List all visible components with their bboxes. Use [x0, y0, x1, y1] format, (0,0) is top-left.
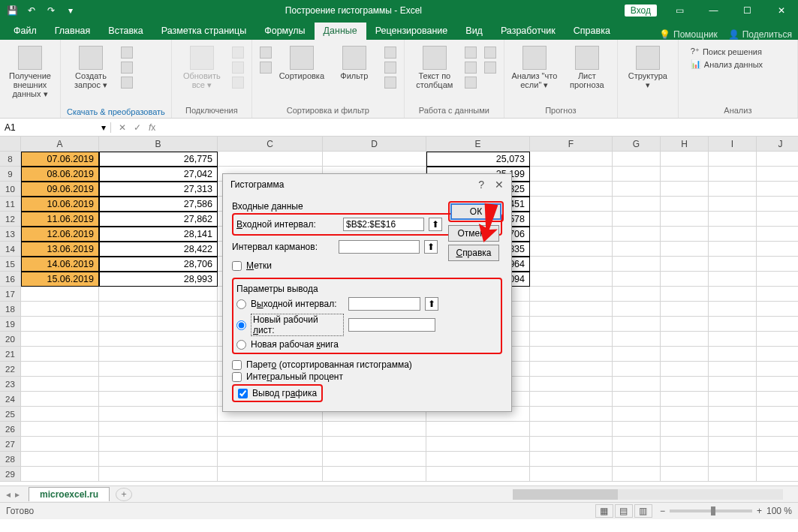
minimize-icon[interactable]: — [697, 0, 730, 21]
cell[interactable] [21, 347, 99, 362]
cell[interactable] [99, 422, 218, 437]
column-header[interactable]: A [21, 137, 99, 152]
login-button[interactable]: Вход [625, 5, 657, 17]
cell[interactable] [613, 467, 661, 482]
row-header[interactable]: 26 [0, 422, 21, 437]
cell[interactable] [757, 317, 798, 332]
view-pagelayout-button[interactable]: ▤ [615, 504, 633, 518]
select-all-corner[interactable] [0, 137, 21, 152]
cell[interactable] [613, 272, 661, 287]
cell[interactable] [661, 197, 709, 212]
tab-developer[interactable]: Разработчик [492, 23, 565, 40]
cell[interactable] [613, 167, 661, 182]
save-icon[interactable]: 💾 [3, 2, 21, 19]
cell[interactable] [99, 332, 218, 347]
cell[interactable]: 28,422 [99, 242, 218, 257]
cell[interactable]: 27,042 [99, 167, 218, 182]
filter-button[interactable]: Фильтр [330, 44, 378, 80]
cell[interactable] [757, 212, 798, 227]
cell[interactable] [323, 437, 426, 452]
cell[interactable] [757, 362, 798, 377]
cell[interactable] [21, 392, 99, 407]
cell[interactable]: 28,706 [99, 257, 218, 272]
cell[interactable] [99, 407, 218, 422]
cell[interactable] [99, 377, 218, 392]
cell[interactable]: 07.06.2019 [21, 152, 99, 167]
cell[interactable]: 27,586 [99, 197, 218, 212]
zoom-slider[interactable] [670, 509, 752, 512]
row-header[interactable]: 18 [0, 302, 21, 317]
row-header[interactable]: 8 [0, 152, 21, 167]
tab-file[interactable]: Файл [5, 23, 46, 40]
cell[interactable] [530, 362, 613, 377]
ref-picker-icon[interactable]: ⬆ [425, 297, 438, 311]
cell[interactable] [530, 302, 613, 317]
cell[interactable]: 11.06.2019 [21, 212, 99, 227]
cell[interactable] [21, 437, 99, 452]
bin-range-field[interactable] [339, 240, 420, 254]
input-range-field[interactable] [343, 218, 424, 231]
cell[interactable] [99, 452, 218, 467]
labels-checkbox[interactable] [232, 261, 242, 271]
cumulative-checkbox[interactable] [232, 372, 242, 382]
cell[interactable] [661, 302, 709, 317]
cell[interactable] [99, 362, 218, 377]
cell[interactable] [661, 167, 709, 182]
cell[interactable]: 26,775 [99, 152, 218, 167]
new-query-button[interactable]: Создать запрос ▾ [67, 44, 115, 89]
cell[interactable] [757, 437, 798, 452]
cell[interactable] [757, 227, 798, 242]
cell[interactable] [323, 452, 426, 467]
sort-desc-button[interactable] [258, 61, 273, 74]
cancel-button[interactable]: Отмена [448, 225, 499, 242]
cancel-formula-icon[interactable]: ✕ [119, 122, 126, 133]
cell[interactable] [99, 392, 218, 407]
cell[interactable] [709, 332, 757, 347]
chevron-down-icon[interactable]: ▾ [101, 122, 106, 133]
horizontal-scrollbar[interactable] [132, 489, 798, 500]
cell[interactable] [613, 242, 661, 257]
cell[interactable] [21, 362, 99, 377]
cell[interactable] [21, 407, 99, 422]
cell[interactable] [709, 302, 757, 317]
redo-icon[interactable]: ↷ [42, 2, 60, 19]
cell[interactable] [709, 287, 757, 302]
cell[interactable] [661, 212, 709, 227]
cell[interactable] [426, 437, 530, 452]
cell[interactable] [99, 317, 218, 332]
cell[interactable] [99, 347, 218, 362]
cell[interactable]: 10.06.2019 [21, 197, 99, 212]
new-book-radio[interactable] [236, 340, 246, 350]
cell[interactable] [613, 287, 661, 302]
cell[interactable] [613, 227, 661, 242]
cell[interactable] [99, 437, 218, 452]
tab-insert[interactable]: Вставка [99, 23, 152, 40]
outline-button[interactable]: Структура ▾ [624, 44, 672, 89]
cell[interactable] [661, 452, 709, 467]
cell[interactable] [218, 467, 323, 482]
cell[interactable] [21, 422, 99, 437]
cell[interactable] [613, 392, 661, 407]
cell[interactable] [661, 182, 709, 197]
chart-output-checkbox[interactable] [238, 389, 248, 398]
sheet-nav-next-icon[interactable]: ▸ [15, 489, 20, 500]
view-normal-button[interactable]: ▦ [595, 504, 613, 518]
cell[interactable] [757, 152, 798, 167]
cell[interactable]: 28,993 [99, 272, 218, 287]
close-icon[interactable]: ✕ [764, 0, 798, 21]
tellme-button[interactable]: 💡Помощник [659, 29, 718, 40]
cell[interactable] [21, 302, 99, 317]
cell[interactable] [530, 422, 613, 437]
undo-icon[interactable]: ↶ [23, 2, 41, 19]
cell[interactable] [530, 227, 613, 242]
new-sheet-field[interactable] [348, 318, 435, 332]
sheet-nav-prev-icon[interactable]: ◂ [6, 489, 11, 500]
cell[interactable] [21, 332, 99, 347]
cell[interactable] [530, 317, 613, 332]
cell[interactable] [530, 197, 613, 212]
cell[interactable] [757, 392, 798, 407]
cell[interactable] [757, 272, 798, 287]
cell[interactable] [757, 197, 798, 212]
cell[interactable] [21, 317, 99, 332]
column-header[interactable]: G [613, 137, 661, 152]
